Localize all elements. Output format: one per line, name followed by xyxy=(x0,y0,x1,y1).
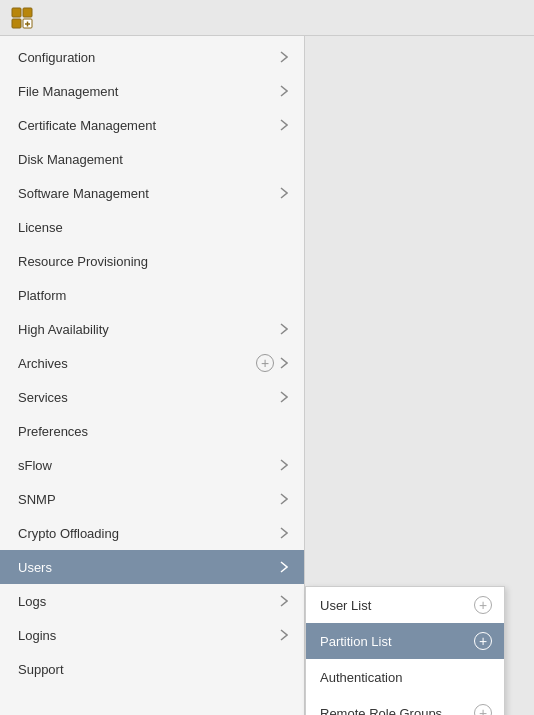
svg-rect-2 xyxy=(12,19,21,28)
submenu-item-partition-list[interactable]: Partition List+ xyxy=(306,623,504,659)
menu-item-icons-certificate-management xyxy=(278,119,290,131)
menu-item-label-configuration: Configuration xyxy=(18,50,278,65)
menu-panel: ConfigurationFile ManagementCertificate … xyxy=(0,36,305,715)
menu-item-label-disk-management: Disk Management xyxy=(18,152,290,167)
menu-item-icons-file-management xyxy=(278,85,290,97)
submenu-item-label-user-list: User List xyxy=(320,598,474,613)
menu-item-icons-services xyxy=(278,391,290,403)
menu-item-resource-provisioning[interactable]: Resource Provisioning xyxy=(0,244,304,278)
menu-item-icons-snmp xyxy=(278,493,290,505)
page-container: ConfigurationFile ManagementCertificate … xyxy=(0,0,534,715)
menu-item-label-certificate-management: Certificate Management xyxy=(18,118,278,133)
menu-item-icons-high-availability xyxy=(278,323,290,335)
menu-item-label-preferences: Preferences xyxy=(18,424,290,439)
chevron-right-icon-logins xyxy=(278,629,290,641)
menu-item-license[interactable]: License xyxy=(0,210,304,244)
svg-rect-0 xyxy=(12,8,21,17)
chevron-right-icon-snmp xyxy=(278,493,290,505)
menu-item-crypto-offloading[interactable]: Crypto Offloading xyxy=(0,516,304,550)
submenu-item-label-remote-role-groups: Remote Role Groups xyxy=(320,706,474,716)
header xyxy=(0,0,534,36)
menu-item-software-management[interactable]: Software Management xyxy=(0,176,304,210)
submenu-circle-plus-icon-partition-list[interactable]: + xyxy=(474,632,492,650)
menu-item-configuration[interactable]: Configuration xyxy=(0,40,304,74)
circle-plus-icon-archives[interactable]: + xyxy=(256,354,274,372)
chevron-right-icon-archives xyxy=(278,357,290,369)
menu-item-snmp[interactable]: SNMP xyxy=(0,482,304,516)
svg-rect-1 xyxy=(23,8,32,17)
chevron-right-icon-crypto-offloading xyxy=(278,527,290,539)
menu-item-icons-users xyxy=(278,561,290,573)
submenu-circle-plus-icon-user-list[interactable]: + xyxy=(474,596,492,614)
menu-item-sflow[interactable]: sFlow xyxy=(0,448,304,482)
content-area: ConfigurationFile ManagementCertificate … xyxy=(0,36,534,715)
menu-item-label-resource-provisioning: Resource Provisioning xyxy=(18,254,290,269)
menu-item-icons-configuration xyxy=(278,51,290,63)
menu-item-support[interactable]: Support xyxy=(0,652,304,686)
menu-item-label-software-management: Software Management xyxy=(18,186,278,201)
menu-item-label-archives: Archives xyxy=(18,356,256,371)
menu-item-label-high-availability: High Availability xyxy=(18,322,278,337)
menu-item-icons-sflow xyxy=(278,459,290,471)
menu-item-label-users: Users xyxy=(18,560,278,575)
menu-item-preferences[interactable]: Preferences xyxy=(0,414,304,448)
menu-item-label-snmp: SNMP xyxy=(18,492,278,507)
submenu-item-user-list[interactable]: User List+ xyxy=(306,587,504,623)
menu-item-icons-software-management xyxy=(278,187,290,199)
menu-item-icons-logins xyxy=(278,629,290,641)
submenu-panel: User List+Partition List+AuthenticationR… xyxy=(305,586,505,715)
menu-item-services[interactable]: Services xyxy=(0,380,304,414)
chevron-right-icon-configuration xyxy=(278,51,290,63)
chevron-right-icon-software-management xyxy=(278,187,290,199)
menu-item-label-logs: Logs xyxy=(18,594,278,609)
menu-item-label-logins: Logins xyxy=(18,628,278,643)
chevron-right-icon-high-availability xyxy=(278,323,290,335)
chevron-right-icon-file-management xyxy=(278,85,290,97)
menu-item-certificate-management[interactable]: Certificate Management xyxy=(0,108,304,142)
menu-item-icons-logs xyxy=(278,595,290,607)
menu-item-icons-archives: + xyxy=(256,354,290,372)
chevron-right-icon-logs xyxy=(278,595,290,607)
submenu-item-authentication[interactable]: Authentication xyxy=(306,659,504,695)
menu-item-logins[interactable]: Logins xyxy=(0,618,304,652)
menu-item-users[interactable]: Users xyxy=(0,550,304,584)
submenu-item-remote-role-groups[interactable]: Remote Role Groups+ xyxy=(306,695,504,715)
chevron-right-icon-users xyxy=(278,561,290,573)
menu-item-platform[interactable]: Platform xyxy=(0,278,304,312)
menu-item-logs[interactable]: Logs xyxy=(0,584,304,618)
submenu-item-label-partition-list: Partition List xyxy=(320,634,474,649)
menu-item-label-platform: Platform xyxy=(18,288,290,303)
menu-item-label-crypto-offloading: Crypto Offloading xyxy=(18,526,278,541)
menu-item-label-file-management: File Management xyxy=(18,84,278,99)
menu-item-label-support: Support xyxy=(18,662,290,677)
submenu-circle-plus-icon-remote-role-groups[interactable]: + xyxy=(474,704,492,715)
menu-item-icons-crypto-offloading xyxy=(278,527,290,539)
menu-item-archives[interactable]: Archives+ xyxy=(0,346,304,380)
menu-item-label-sflow: sFlow xyxy=(18,458,278,473)
menu-item-high-availability[interactable]: High Availability xyxy=(0,312,304,346)
chevron-right-icon-sflow xyxy=(278,459,290,471)
submenu-item-label-authentication: Authentication xyxy=(320,670,492,685)
chevron-right-icon-certificate-management xyxy=(278,119,290,131)
menu-item-label-services: Services xyxy=(18,390,278,405)
menu-item-file-management[interactable]: File Management xyxy=(0,74,304,108)
menu-item-disk-management[interactable]: Disk Management xyxy=(0,142,304,176)
chevron-right-icon-services xyxy=(278,391,290,403)
system-icon xyxy=(10,6,34,30)
menu-item-label-license: License xyxy=(18,220,290,235)
